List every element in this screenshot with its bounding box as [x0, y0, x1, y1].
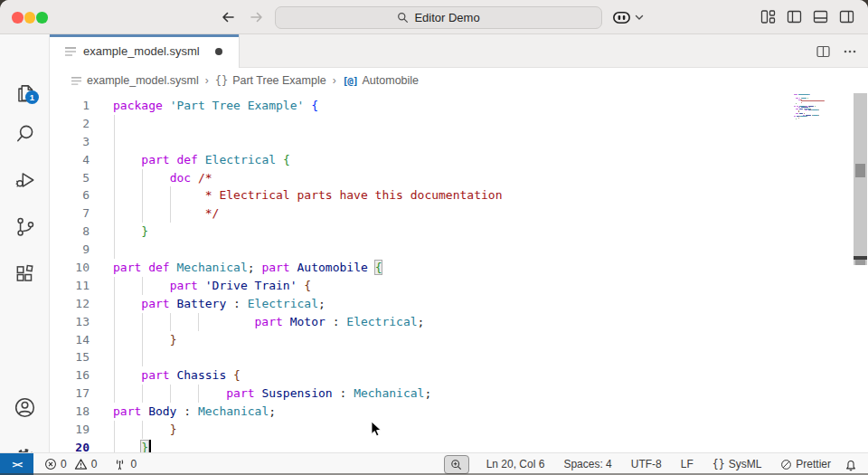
- code-token: [113, 188, 205, 202]
- sidebar-item-explorer[interactable]: 1: [0, 78, 50, 109]
- line-number[interactable]: 14: [50, 331, 90, 349]
- line-number[interactable]: 2: [50, 115, 90, 133]
- code-line[interactable]: 14 }: [50, 331, 868, 349]
- account-button[interactable]: [0, 392, 50, 423]
- indentation-setting[interactable]: Spaces: 4: [558, 454, 617, 474]
- code-line[interactable]: 3: [50, 133, 868, 151]
- code-line[interactable]: 12 part Battery : Electrical;: [50, 295, 868, 313]
- notifications-bell-icon[interactable]: [844, 458, 857, 471]
- line-number[interactable]: 12: [50, 295, 90, 313]
- code-line[interactable]: 6 * Electrical parts have this documenta…: [50, 186, 868, 204]
- line-number[interactable]: 5: [50, 169, 90, 187]
- code-line[interactable]: 5 doc /*: [50, 169, 868, 187]
- minimap-line: [796, 113, 797, 114]
- code-line[interactable]: 18part Body : Mechanical;: [50, 403, 868, 421]
- scrollbar-thumb[interactable]: [855, 164, 865, 177]
- code-line[interactable]: 13 part Motor : Electrical;: [50, 313, 868, 331]
- minimap-line: [818, 109, 819, 110]
- breadcrumb-separator: ›: [203, 74, 211, 87]
- line-number[interactable]: 15: [50, 348, 90, 366]
- minimap-line: [798, 94, 809, 95]
- code-text: part def Electrical {: [113, 151, 290, 169]
- sidebar-item-source-control[interactable]: [0, 212, 50, 242]
- code-line[interactable]: 4 part def Electrical {: [50, 151, 868, 169]
- navigate-forward-button[interactable]: [247, 7, 267, 27]
- namespace-icon: {}: [215, 74, 228, 87]
- line-number[interactable]: 11: [50, 277, 90, 295]
- more-actions-icon[interactable]: [843, 45, 857, 58]
- activity-bar: 1: [0, 34, 50, 452]
- language-mode[interactable]: {} SysML: [707, 454, 768, 474]
- split-editor-icon[interactable]: [816, 45, 830, 58]
- tab-example-model[interactable]: example_model.sysml: [50, 34, 240, 68]
- code-token: def: [176, 153, 197, 166]
- line-number[interactable]: 19: [50, 421, 90, 439]
- line-number[interactable]: 7: [50, 204, 90, 223]
- line-number[interactable]: 20: [50, 439, 90, 452]
- encoding-setting[interactable]: UTF-8: [626, 454, 667, 474]
- code-line[interactable]: 11 part 'Drive Train' {: [50, 277, 868, 295]
- zoom-indicator-button[interactable]: [444, 455, 469, 474]
- line-number[interactable]: 17: [50, 385, 90, 403]
- minimap-line: [815, 106, 816, 107]
- circle-slash-icon: [780, 459, 792, 470]
- remote-indicator[interactable]: ><: [0, 453, 33, 475]
- line-number[interactable]: 16: [50, 366, 90, 385]
- code-text: part def Mechanical; part Automobile {: [113, 259, 382, 277]
- code-token: [198, 279, 205, 292]
- sidebar-item-extensions[interactable]: [0, 259, 50, 290]
- toggle-primary-sidebar-icon[interactable]: [787, 9, 802, 24]
- line-number[interactable]: 9: [50, 241, 90, 259]
- eol-setting[interactable]: LF: [675, 454, 699, 474]
- zoom-window-button[interactable]: [36, 12, 48, 24]
- line-number[interactable]: 4: [50, 151, 90, 169]
- breadcrumb-item-symbol[interactable]: Automobile: [363, 74, 420, 87]
- line-number[interactable]: 13: [50, 313, 90, 331]
- sidebar-item-run-debug[interactable]: [0, 165, 50, 195]
- code-editor[interactable]: 1package 'Part Tree Example' {234 part d…: [50, 93, 868, 452]
- problems-indicator[interactable]: 0 0: [39, 454, 102, 474]
- code-token: [304, 99, 311, 112]
- scrollbar-lower-thumb[interactable]: [855, 260, 865, 265]
- cursor-position[interactable]: Ln 20, Col 6: [481, 454, 551, 474]
- modified-dot-icon[interactable]: [215, 48, 222, 55]
- command-center-search[interactable]: Editor Demo: [275, 6, 602, 29]
- formatter-indicator[interactable]: Prettier: [775, 454, 836, 474]
- code-line[interactable]: 20 }: [50, 439, 868, 452]
- code-line[interactable]: 7 */: [50, 204, 868, 223]
- toggle-panel-icon[interactable]: [813, 9, 828, 24]
- ports-indicator[interactable]: 0: [108, 454, 142, 474]
- line-number[interactable]: 1: [50, 97, 90, 115]
- minimap[interactable]: [794, 94, 835, 125]
- code-line[interactable]: 15: [50, 348, 868, 366]
- editor-scrollbar[interactable]: [854, 93, 867, 265]
- toggle-secondary-sidebar-icon[interactable]: [839, 9, 854, 24]
- code-line[interactable]: 10part def Mechanical; part Automobile {: [50, 259, 868, 277]
- code-line[interactable]: 1package 'Part Tree Example' {: [50, 97, 868, 115]
- code-line[interactable]: 9: [50, 241, 868, 259]
- minimize-window-button[interactable]: [24, 12, 36, 24]
- line-number[interactable]: 18: [50, 403, 90, 421]
- line-number[interactable]: 3: [50, 133, 90, 151]
- code-line[interactable]: 17 part Suspension : Mechanical;: [50, 385, 868, 403]
- close-window-button[interactable]: [12, 12, 24, 24]
- code-line[interactable]: 8 }: [50, 223, 868, 241]
- scrollbar-divider: [854, 256, 867, 260]
- code-line[interactable]: 2: [50, 115, 868, 133]
- code-token: part: [261, 261, 289, 274]
- navigate-back-button[interactable]: [218, 7, 238, 27]
- search-icon: [397, 12, 409, 24]
- minimap-line: [796, 119, 797, 119]
- copilot-menu-button[interactable]: [611, 8, 644, 26]
- minimap-line: [807, 116, 807, 117]
- code-line[interactable]: 16 part Chassis {: [50, 366, 868, 385]
- code-line[interactable]: 19 }: [50, 421, 868, 439]
- code-text: part Battery : Electrical;: [113, 295, 326, 313]
- breadcrumb-item-file[interactable]: example_model.sysml: [87, 74, 199, 87]
- line-number[interactable]: 10: [50, 259, 90, 277]
- sidebar-item-search[interactable]: [0, 119, 50, 149]
- customize-layout-icon[interactable]: [760, 9, 776, 24]
- line-number[interactable]: 8: [50, 223, 90, 241]
- line-number[interactable]: 6: [50, 186, 90, 204]
- breadcrumb-item-package[interactable]: Part Tree Example: [232, 74, 326, 87]
